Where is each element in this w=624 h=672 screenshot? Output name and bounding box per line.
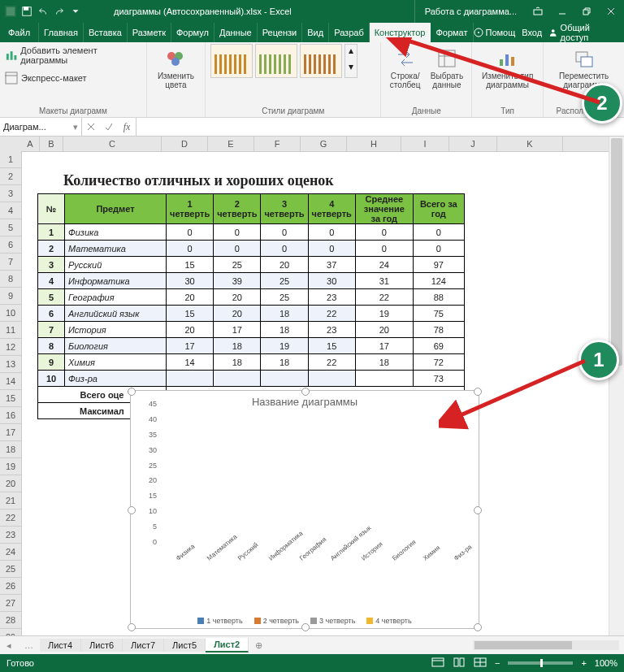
zoom-level[interactable]: 100% xyxy=(595,658,618,668)
quick-layout-button[interactable]: Экспресс-макет xyxy=(5,70,87,86)
tab-chart-format[interactable]: Формат xyxy=(431,23,473,42)
sheet-tab[interactable]: Лист6 xyxy=(81,639,123,652)
svg-rect-3 xyxy=(24,7,28,11)
svg-point-19 xyxy=(171,58,180,66)
add-chart-element-button[interactable]: Добавить элемент диаграммы xyxy=(5,44,141,67)
zoom-slider[interactable] xyxy=(508,661,573,665)
tab-home[interactable]: Главная xyxy=(39,23,84,42)
save-icon[interactable] xyxy=(21,6,32,17)
fx-icon[interactable]: fx xyxy=(118,121,136,133)
zoom-out-button[interactable]: − xyxy=(495,658,500,668)
ribbon-toggle-icon[interactable] xyxy=(526,0,549,23)
change-colors-button[interactable]: Изменить цвета xyxy=(152,44,200,89)
data-table: №Предмет1 четверть2 четверть3 четверть4 … xyxy=(37,193,465,419)
close-button[interactable] xyxy=(600,0,622,23)
chart-x-axis: ФизикаМатематикаРусскийИнформатикаГеогра… xyxy=(158,553,470,596)
restore-button[interactable] xyxy=(575,0,598,23)
chart-styles-gallery[interactable]: ▴▾ xyxy=(210,44,358,78)
formula-bar: Диаграм...▾ fx xyxy=(0,118,624,137)
switch-row-col-button[interactable]: Строка/ столбец xyxy=(386,44,423,89)
cells-area[interactable]: Количество отличных и хороших оценок №Пр… xyxy=(21,151,609,639)
sheet-tab[interactable]: Лист7 xyxy=(123,639,164,652)
window-title: диаграммы (Автосохраненный).xlsx - Excel xyxy=(81,7,414,16)
group-data: Данные xyxy=(381,106,471,115)
status-bar: Готово − + 100% xyxy=(0,654,624,672)
svg-point-11 xyxy=(552,29,555,33)
worksheet-grid[interactable]: ABCDEFGHIJK 1234567891011121314151617181… xyxy=(0,137,624,639)
chart-y-axis: 051015202530354045 xyxy=(136,412,157,550)
redo-icon[interactable] xyxy=(54,6,65,17)
svg-rect-20 xyxy=(439,50,455,67)
tab-page-layout[interactable]: Разметк xyxy=(128,23,171,42)
svg-rect-25 xyxy=(511,57,514,66)
tab-developer[interactable]: Разраб xyxy=(329,23,370,42)
select-data-button[interactable]: Выбрать данные xyxy=(427,44,466,89)
sheet-tab-active[interactable]: Лист2 xyxy=(206,638,249,652)
undo-icon[interactable] xyxy=(37,6,49,17)
sheet-tab[interactable]: Лист5 xyxy=(164,639,206,652)
svg-rect-12 xyxy=(6,54,9,60)
help-button[interactable]: Помощ xyxy=(474,28,516,37)
titlebar: диаграммы (Автосохраненный).xlsx - Excel… xyxy=(0,0,624,23)
embedded-chart[interactable]: Название диаграммы 051015202530354045 Фи… xyxy=(130,390,479,629)
annotation-2: 2 xyxy=(582,83,622,124)
tab-formulas[interactable]: Формул xyxy=(171,23,214,42)
status-text: Готово xyxy=(6,658,34,668)
svg-rect-15 xyxy=(6,72,17,84)
horizontal-scrollbar[interactable] xyxy=(473,640,619,650)
sheet-nav-more[interactable]: … xyxy=(18,640,40,650)
tab-file[interactable]: Файл xyxy=(0,23,39,42)
sheet-tab-bar: ◂ … Лист4 Лист6 Лист7 Лист5 Лист2 ⊕ xyxy=(0,635,624,654)
svg-rect-30 xyxy=(432,658,444,666)
vertical-scrollbar[interactable] xyxy=(609,137,624,639)
tab-chart-design[interactable]: Конструктор xyxy=(370,23,431,42)
ribbon: Добавить элемент диаграммы Экспресс-маке… xyxy=(0,42,624,118)
svg-rect-14 xyxy=(14,55,16,60)
cancel-icon[interactable] xyxy=(82,122,100,132)
context-title: Работа с диаграмма... xyxy=(414,0,526,23)
tab-view[interactable]: Вид xyxy=(302,23,329,42)
group-chart-styles: Стили диаграмм xyxy=(206,106,380,115)
chart-plot-area[interactable]: 051015202530354045 xyxy=(158,412,470,550)
new-sheet-button[interactable]: ⊕ xyxy=(249,640,269,651)
svg-rect-13 xyxy=(11,51,13,60)
svg-rect-33 xyxy=(460,658,464,666)
svg-rect-23 xyxy=(500,59,503,66)
tab-review[interactable]: Рецензи xyxy=(258,23,303,42)
app-icon xyxy=(5,6,16,17)
annotation-1: 1 xyxy=(578,340,619,380)
sheet-title: Количество отличных и хороших оценок xyxy=(63,172,334,189)
group-chart-layouts: Макеты диаграмм xyxy=(0,106,146,115)
view-page-icon[interactable] xyxy=(453,657,466,669)
group-type: Тип xyxy=(472,106,543,115)
select-all-corner[interactable] xyxy=(0,137,22,152)
qat-more-icon[interactable] xyxy=(70,6,81,17)
svg-point-10 xyxy=(478,32,479,33)
svg-rect-1 xyxy=(6,7,15,16)
view-break-icon[interactable] xyxy=(474,657,487,669)
svg-rect-27 xyxy=(581,57,592,67)
share-button[interactable]: Общий доступ xyxy=(548,23,618,42)
svg-rect-6 xyxy=(583,10,588,15)
sheet-nav-prev[interactable]: ◂ xyxy=(0,640,18,651)
sheet-tab[interactable]: Лист4 xyxy=(40,639,81,652)
svg-rect-24 xyxy=(505,54,509,66)
view-normal-icon[interactable] xyxy=(431,657,444,669)
svg-rect-32 xyxy=(454,658,458,666)
move-chart-button[interactable]: Переместить диаграмму xyxy=(548,44,619,89)
minimize-button[interactable] xyxy=(551,0,574,23)
change-chart-type-button[interactable]: Изменить тип диаграммы xyxy=(477,44,538,89)
ribbon-tabs: Файл Главная Вставка Разметк Формул Данн… xyxy=(0,23,624,42)
zoom-in-button[interactable]: + xyxy=(581,658,586,668)
enter-icon[interactable] xyxy=(100,122,118,132)
column-headers[interactable]: ABCDEFGHIJK xyxy=(21,137,609,152)
tab-insert[interactable]: Вставка xyxy=(84,23,128,42)
tab-data[interactable]: Данные xyxy=(214,23,258,42)
name-box[interactable]: Диаграм...▾ xyxy=(0,118,82,136)
signin-button[interactable]: Вход xyxy=(522,28,542,37)
formula-input[interactable] xyxy=(136,118,624,136)
svg-rect-4 xyxy=(534,10,542,15)
row-headers[interactable]: 1234567891011121314151617181920212223242… xyxy=(0,151,22,639)
